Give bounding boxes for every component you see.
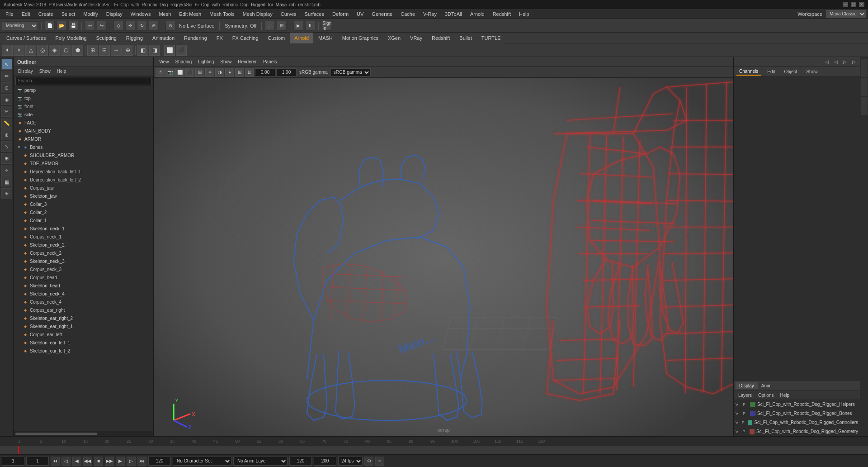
vp-menu-show[interactable]: Show — [217, 58, 234, 65]
tab-sculpting[interactable]: Sculpting — [92, 33, 121, 43]
open-scene-btn[interactable]: 📂 — [57, 21, 66, 31]
vp-wireframe-btn[interactable]: ⬜ — [175, 68, 184, 77]
menu-mesh-tools[interactable]: Mesh Tools — [206, 10, 238, 18]
sculpt-tool[interactable]: ◈ — [1, 94, 12, 105]
rp-icon-3[interactable]: ▷ — [841, 58, 849, 66]
tab-redshift[interactable]: Redshift — [427, 33, 454, 43]
play-back-btn[interactable]: ◀◀ — [83, 457, 92, 466]
layer-item-bones[interactable]: V P Sci_Fi_Cop_with_Robotic_Dog_Rigged_B… — [734, 409, 860, 418]
icon-tool-6[interactable]: ⬡ — [61, 45, 71, 56]
tab-rigging[interactable]: Rigging — [122, 33, 147, 43]
icon-tool-14[interactable]: ⬜ — [164, 45, 175, 56]
layer-item-helpers[interactable]: V P Sci_Fi_Cop_with_Robotic_Dog_Rigged_H… — [734, 400, 860, 409]
tree-item-side[interactable]: 📷 side — [14, 110, 153, 119]
outliner-show-menu[interactable]: Show — [37, 68, 53, 75]
cb-tab-channels[interactable]: Channels — [736, 68, 761, 76]
anim-max-input[interactable] — [314, 457, 336, 466]
tab-fx[interactable]: FX — [212, 33, 227, 43]
layer-item-geometry[interactable]: V P Sci_Fi_Cop_with_Robotic_Dog_Rigged_G… — [734, 427, 860, 436]
vp-ao-btn[interactable]: ● — [225, 68, 234, 77]
vp-menu-lighting[interactable]: Lighting — [195, 58, 217, 65]
go-start-btn[interactable]: ⏮ — [51, 457, 60, 466]
vp-value-input-1[interactable] — [255, 68, 275, 76]
anim-settings-btn[interactable]: ⚙ — [364, 457, 373, 466]
deform-tool[interactable]: ⤡ — [1, 141, 12, 152]
tree-item-skeleton-ear-left-2[interactable]: ◆ Skeleton_ear_left_2 — [14, 347, 153, 355]
tab-animation[interactable]: Animation — [148, 33, 179, 43]
character-set-dropdown[interactable]: No Character Set — [173, 457, 231, 466]
tab-vray[interactable]: VRay — [406, 33, 427, 43]
menu-windows[interactable]: Windows — [127, 10, 155, 18]
select-tool-btn[interactable]: ◇ — [113, 21, 123, 31]
tree-item-collar-1[interactable]: ◆ Collar_1 — [14, 216, 153, 224]
outliner-scrollbar[interactable] — [14, 431, 153, 436]
tree-item-skeleton-ear-right-2[interactable]: ◆ Skeleton_ear_right_2 — [14, 314, 153, 322]
tree-item-corpus-neck-2[interactable]: ◆ Corpus_neck_2 — [14, 249, 153, 257]
tree-item-corpus-neck-4[interactable]: ◆ Corpus_neck_4 — [14, 298, 153, 306]
tree-item-skeleton-ear-left-1[interactable]: ◆ Skeleton_ear_left_1 — [14, 338, 153, 347]
icon-tool-7[interactable]: ⬟ — [72, 45, 83, 56]
vp-hud-btn[interactable]: ⊡ — [245, 68, 254, 77]
workspace-dropdown[interactable]: Maya Classic — [826, 10, 866, 19]
tree-item-front[interactable]: 📷 front — [14, 102, 153, 110]
select-tool[interactable]: ↖ — [1, 59, 12, 70]
menu-mesh-display[interactable]: Mesh Display — [239, 10, 276, 18]
icon-tool-4[interactable]: ◎ — [37, 45, 48, 56]
icon-tool-5[interactable]: ◈ — [49, 45, 60, 56]
lasso-tool[interactable]: ⊙ — [1, 82, 12, 93]
vp-menu-shading[interactable]: Shading — [173, 58, 195, 65]
gamma-dropdown[interactable]: sRGB gamma — [330, 68, 371, 76]
menu-arnold[interactable]: Arnold — [467, 10, 488, 18]
render-tool[interactable]: ▦ — [1, 176, 12, 187]
icon-tool-10[interactable]: ↔ — [111, 45, 122, 56]
tree-item-toe-armor[interactable]: ◆ TOE_ARMOR — [14, 159, 153, 167]
tab-poly-modeling[interactable]: Poly Modeling — [51, 33, 91, 43]
menu-select[interactable]: Select — [58, 10, 79, 18]
tree-item-corpus-jaw[interactable]: ◆ Corpus_jaw — [14, 184, 153, 192]
tab-custom[interactable]: Custom — [263, 33, 289, 43]
mode-dropdown[interactable]: Modeling — [2, 21, 38, 30]
rp-icon-2[interactable]: ◁ — [832, 58, 840, 66]
anim-extra-btn[interactable]: ≡ — [375, 457, 384, 466]
cut-tool[interactable]: ✂ — [1, 106, 12, 117]
grid-btn[interactable]: ⊞ — [277, 21, 287, 31]
da-tab-display[interactable]: Display — [736, 382, 758, 389]
outliner-help-menu[interactable]: Help — [54, 68, 69, 75]
frame-start-input[interactable] — [26, 457, 49, 466]
cb-tab-object[interactable]: Object — [782, 68, 800, 75]
menu-help[interactable]: Help — [515, 10, 533, 18]
scale-tool-btn[interactable]: ⊕ — [149, 21, 159, 31]
measure-tool[interactable]: 📏 — [1, 118, 12, 129]
vp-cam-btn[interactable]: 📷 — [165, 68, 175, 77]
tab-rendering[interactable]: Rendering — [179, 33, 212, 43]
tab-curves-surfaces[interactable]: Curves / Surfaces — [2, 33, 50, 43]
icon-tool-11[interactable]: ⊕ — [123, 45, 133, 56]
tree-item-skeleton-jaw[interactable]: ◆ Skeleton_jaw — [14, 192, 153, 200]
prev-key-btn[interactable]: ◀ — [72, 457, 81, 466]
menu-file[interactable]: File — [2, 10, 17, 18]
live-surface-btn[interactable]: ⊙ — [165, 21, 175, 31]
tree-item-top[interactable]: 📷 top — [14, 94, 153, 102]
move-tool-btn[interactable]: ✛ — [125, 21, 135, 31]
next-key-btn[interactable]: ▶ — [116, 457, 125, 466]
outliner-scroll-thumb[interactable] — [15, 433, 97, 435]
paint-tool[interactable]: ✏ — [1, 71, 12, 81]
vp-refresh-btn[interactable]: ↺ — [156, 68, 165, 77]
light-tool[interactable]: ☀ — [1, 188, 12, 199]
menu-edit-mesh[interactable]: Edit Mesh — [175, 10, 205, 18]
vp-smooth-btn[interactable]: ⬛ — [185, 68, 194, 77]
tab-turtle[interactable]: TURTLE — [477, 33, 505, 43]
layers-menu-options[interactable]: Options — [755, 392, 776, 399]
maximize-btn[interactable]: □ — [851, 2, 856, 7]
tree-item-dep-back-left-2[interactable]: ◆ Depreciation_back_left_2 — [14, 176, 153, 184]
redo-btn[interactable]: ↪ — [97, 21, 107, 31]
vp-menu-view[interactable]: View — [156, 58, 172, 65]
icon-tool-3[interactable]: △ — [25, 45, 36, 56]
tree-item-corpus-ear-right[interactable]: ◆ Corpus_ear_right — [14, 306, 153, 314]
layers-menu-help[interactable]: Help — [777, 392, 792, 399]
tree-item-skeleton-ear-right-1[interactable]: ◆ Skeleton_ear_right_1 — [14, 322, 153, 330]
tab-motion-graphics[interactable]: Motion Graphics — [338, 33, 383, 43]
icon-tool-8[interactable]: ⊞ — [87, 45, 98, 56]
menu-vray[interactable]: V-Ray — [420, 10, 440, 18]
blend-tool[interactable]: ⟐ — [1, 165, 12, 176]
